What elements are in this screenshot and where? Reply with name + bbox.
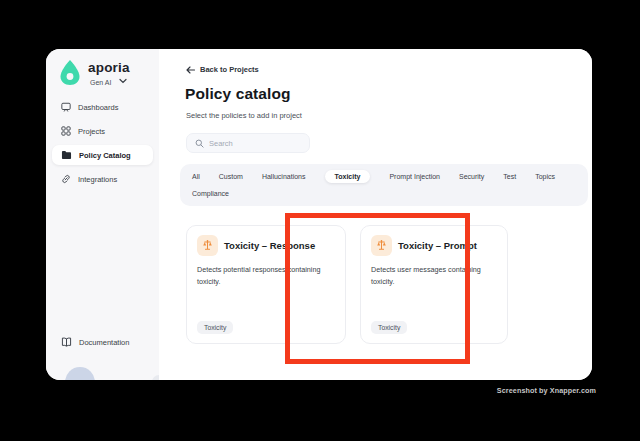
aporia-logo-icon (59, 59, 81, 86)
policy-card-description: Detects user messages containing toxicit… (371, 264, 493, 288)
policy-card-toxicity-response[interactable]: Toxicity – Response Detects potential re… (186, 225, 346, 344)
search-icon (195, 139, 204, 148)
sidebar-item-dashboards[interactable]: Dashboards (52, 97, 153, 117)
projects-grid-icon (61, 126, 71, 136)
policy-icon-container (197, 235, 218, 256)
sidebar-item-documentation[interactable]: Documentation (52, 332, 153, 352)
link-icon (61, 174, 71, 184)
tabs-row-2: Compliance (192, 185, 576, 202)
sidebar-item-label: Projects (78, 127, 105, 136)
tab-prompt-injection[interactable]: Prompt Injection (389, 170, 440, 183)
tab-custom[interactable]: Custom (219, 170, 243, 183)
scale-icon (201, 239, 214, 252)
tabs-row-1: All Custom Hallucinations Toxicity Promp… (192, 168, 576, 185)
sidebar-item-label: Integrations (78, 175, 117, 184)
sidebar-item-label: Policy Catalog (79, 151, 131, 160)
back-to-projects-link[interactable]: Back to Projects (186, 65, 259, 74)
tab-toxicity[interactable]: Toxicity (325, 170, 371, 183)
back-link-label: Back to Projects (200, 65, 259, 74)
scale-icon (375, 239, 388, 252)
policy-tag-badge: Toxicity (371, 321, 407, 334)
folder-icon (61, 150, 72, 160)
page-title: Policy catalog (185, 85, 291, 103)
app-window: aporia Gen AI Dashboards Projects Policy… (46, 49, 592, 380)
sidebar-item-label: Dashboards (78, 103, 118, 112)
arrow-left-icon (186, 66, 195, 74)
search-box[interactable] (186, 133, 310, 153)
policy-card-description: Detects potential responses containing t… (197, 264, 333, 288)
policy-filter-tabs: All Custom Hallucinations Toxicity Promp… (180, 164, 588, 206)
main-content: Back to Projects Policy catalog Select t… (159, 49, 592, 380)
tab-compliance[interactable]: Compliance (192, 187, 229, 200)
policy-card-title: Toxicity – Response (224, 240, 315, 251)
chevron-down-icon[interactable] (119, 78, 127, 84)
workspace-name: Gen AI (90, 79, 111, 86)
dashboards-icon (61, 102, 71, 112)
tab-test[interactable]: Test (503, 170, 516, 183)
tab-all[interactable]: All (192, 170, 200, 183)
brand-name: aporia (88, 60, 130, 75)
policy-icon-container (371, 235, 392, 256)
search-input[interactable] (209, 139, 301, 148)
book-icon (61, 337, 72, 347)
sidebar-item-label: Documentation (79, 338, 129, 347)
policy-card-title: Toxicity – Prompt (398, 240, 477, 251)
policy-tag-badge: Toxicity (197, 321, 233, 334)
policy-card-toxicity-prompt[interactable]: Toxicity – Prompt Detects user messages … (360, 225, 508, 344)
tab-topics[interactable]: Topics (535, 170, 555, 183)
tab-security[interactable]: Security (459, 170, 484, 183)
sidebar-item-integrations[interactable]: Integrations (52, 169, 153, 189)
user-avatar[interactable] (65, 367, 95, 380)
watermark-text: Screenshot by Xnapper.com (497, 386, 596, 395)
tab-hallucinations[interactable]: Hallucinations (262, 170, 306, 183)
sidebar-item-projects[interactable]: Projects (52, 121, 153, 141)
sidebar-item-policy-catalog[interactable]: Policy Catalog (52, 145, 153, 165)
page-subtitle: Select the policies to add in project (186, 111, 302, 120)
sidebar: aporia Gen AI Dashboards Projects Policy… (46, 49, 159, 380)
